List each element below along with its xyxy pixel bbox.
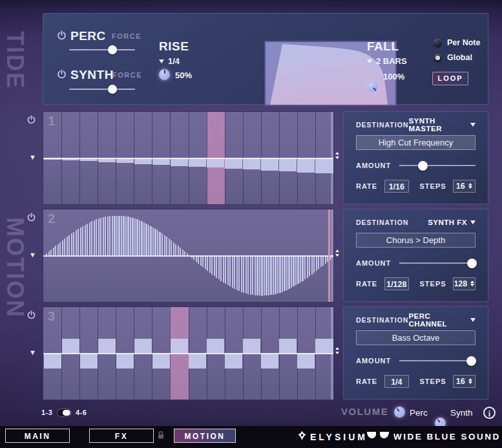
lane-value-nudge[interactable] bbox=[335, 250, 339, 257]
tab-fx[interactable]: FX bbox=[89, 429, 154, 443]
wave-bar[interactable] bbox=[229, 256, 231, 287]
wave-bar[interactable] bbox=[207, 158, 224, 168]
wave-bar[interactable] bbox=[261, 256, 262, 296]
wave-bar[interactable] bbox=[255, 256, 256, 295]
wave-bar[interactable] bbox=[152, 158, 170, 165]
wave-bar[interactable] bbox=[175, 244, 176, 256]
wave-bar[interactable] bbox=[91, 221, 92, 255]
wave-bar[interactable] bbox=[114, 216, 115, 256]
amount-slider-thumb[interactable] bbox=[466, 356, 476, 366]
wave-bar[interactable] bbox=[139, 220, 140, 256]
wave-bar[interactable] bbox=[238, 256, 240, 292]
wave-bar[interactable] bbox=[162, 233, 163, 255]
perc-force-slider-track[interactable] bbox=[69, 49, 135, 50]
steps-spinner[interactable] bbox=[468, 183, 472, 189]
wave-bar[interactable] bbox=[189, 354, 206, 368]
wave-bar[interactable] bbox=[236, 256, 238, 290]
wave-bar[interactable] bbox=[266, 256, 267, 296]
wave-bar[interactable] bbox=[171, 240, 172, 256]
wave-bar[interactable] bbox=[300, 256, 301, 283]
destination-value[interactable]: PERC CHANNEL bbox=[408, 312, 467, 328]
steps-up-icon[interactable] bbox=[468, 183, 472, 186]
wave-bar[interactable] bbox=[127, 217, 129, 255]
wave-bar[interactable] bbox=[173, 242, 174, 256]
wave-bar[interactable] bbox=[232, 256, 233, 288]
wave-bar[interactable] bbox=[67, 237, 68, 255]
steps-up-icon[interactable] bbox=[468, 378, 472, 381]
wave-bar[interactable] bbox=[261, 158, 278, 171]
wave-bar[interactable] bbox=[205, 256, 206, 270]
destination-dropdown-arrow-icon[interactable] bbox=[470, 318, 476, 322]
wave-bar[interactable] bbox=[297, 354, 315, 368]
fall-dropdown-arrow-icon[interactable] bbox=[367, 59, 372, 63]
fall-amount-knob[interactable] bbox=[367, 81, 378, 92]
wave-bar[interactable] bbox=[227, 256, 229, 286]
global-radio[interactable] bbox=[434, 54, 442, 62]
wave-bar[interactable] bbox=[116, 216, 118, 256]
wave-bar[interactable] bbox=[103, 217, 104, 255]
steps-value-box[interactable]: 128 bbox=[453, 277, 476, 290]
lock-icon[interactable] bbox=[157, 431, 165, 440]
wave-bar[interactable] bbox=[198, 256, 199, 264]
steps-value[interactable]: 128 bbox=[454, 277, 467, 290]
amount-slider-track[interactable] bbox=[399, 360, 476, 361]
wave-bar[interactable] bbox=[80, 228, 81, 256]
wave-bar[interactable] bbox=[76, 230, 77, 255]
rate-value-box[interactable]: 1/16 bbox=[384, 180, 408, 193]
wave-bar[interactable] bbox=[112, 216, 113, 256]
per-note-option[interactable]: Per Note bbox=[434, 38, 480, 47]
wave-bar[interactable] bbox=[59, 242, 61, 256]
wave-bar[interactable] bbox=[261, 354, 278, 368]
wave-bar[interactable] bbox=[318, 256, 319, 270]
wave-bar[interactable] bbox=[55, 246, 56, 255]
amount-slider-track[interactable] bbox=[399, 262, 476, 264]
wave-bar[interactable] bbox=[246, 256, 247, 293]
wave-bar[interactable] bbox=[68, 235, 70, 256]
amount-slider-thumb[interactable] bbox=[467, 259, 477, 268]
wave-bar[interactable] bbox=[169, 239, 170, 256]
rate-value-box[interactable]: 1/4 bbox=[384, 375, 408, 388]
wave-bar[interactable] bbox=[268, 256, 269, 295]
wave-bar[interactable] bbox=[225, 354, 242, 368]
wave-bar[interactable] bbox=[159, 232, 160, 256]
wave-bar[interactable] bbox=[264, 256, 265, 296]
wave-bar[interactable] bbox=[150, 226, 151, 256]
wave-bar[interactable] bbox=[220, 256, 222, 281]
wave-bar[interactable] bbox=[87, 224, 88, 256]
nudge-down-icon[interactable] bbox=[335, 352, 339, 354]
wave-bar[interactable] bbox=[171, 158, 188, 166]
wave-bar[interactable] bbox=[225, 256, 226, 284]
perc-volume-knob[interactable] bbox=[394, 407, 405, 418]
lane-power-icon[interactable] bbox=[26, 115, 36, 125]
wave-bar[interactable] bbox=[154, 229, 156, 256]
wave-bar[interactable] bbox=[286, 256, 288, 290]
steps-spinner[interactable] bbox=[468, 378, 472, 385]
wave-bar[interactable] bbox=[279, 339, 297, 354]
steps-value-box[interactable]: 16 bbox=[453, 180, 476, 193]
wave-bar[interactable] bbox=[125, 217, 127, 256]
wave-bar[interactable] bbox=[85, 225, 86, 256]
wave-bar[interactable] bbox=[259, 256, 260, 296]
amount-slider-thumb[interactable] bbox=[418, 161, 428, 171]
wave-bar[interactable] bbox=[307, 256, 308, 278]
wave-bar[interactable] bbox=[98, 339, 116, 354]
wave-bar[interactable] bbox=[311, 256, 313, 275]
amount-slider[interactable] bbox=[399, 160, 476, 171]
fall-rate-dropdown[interactable]: 2 BARS bbox=[367, 56, 407, 66]
wave-bar[interactable] bbox=[234, 256, 235, 290]
lane-value-nudge[interactable] bbox=[335, 152, 339, 159]
wave-bar[interactable] bbox=[143, 222, 145, 256]
wave-bar[interactable] bbox=[152, 228, 154, 256]
wave-bar[interactable] bbox=[73, 232, 74, 256]
wave-bar[interactable] bbox=[322, 256, 324, 266]
destination-value[interactable]: SYNTH FX bbox=[428, 219, 467, 226]
wave-bar[interactable] bbox=[141, 221, 142, 255]
wave-bar[interactable] bbox=[123, 216, 124, 255]
destination-dropdown[interactable]: SYNTH MASTER bbox=[408, 117, 476, 133]
wave-bar[interactable] bbox=[64, 239, 65, 256]
wave-bar[interactable] bbox=[304, 256, 306, 280]
destination-dropdown-arrow-icon[interactable] bbox=[470, 123, 476, 127]
wave-bar[interactable] bbox=[275, 256, 276, 294]
wave-bar[interactable] bbox=[178, 246, 179, 255]
amount-slider[interactable] bbox=[399, 356, 476, 366]
